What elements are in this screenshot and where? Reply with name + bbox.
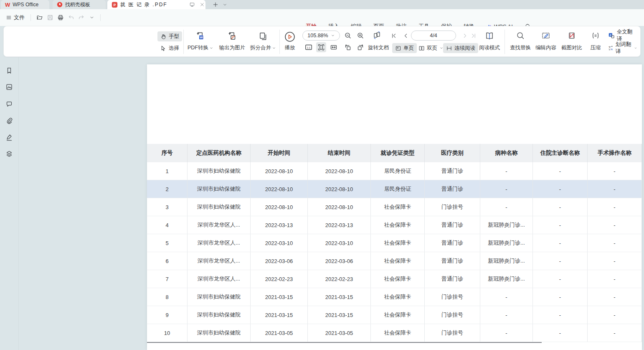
thumbnails-panel-icon[interactable] [5,83,13,91]
new-tab-plus-icon[interactable] [212,1,219,8]
open-file-icon[interactable] [34,13,45,23]
layers-panel-icon[interactable] [5,150,13,158]
bookmarks-panel-icon[interactable] [5,67,13,74]
cell-medical-category: 普通门诊 [425,216,480,234]
cell-operation-name: - [588,324,642,342]
cell-diagnosis-name: - [533,216,588,234]
read-mode-button[interactable]: 阅读模式 [475,30,504,54]
first-page-icon[interactable] [389,31,399,41]
attachments-panel-icon[interactable] [5,117,13,125]
split-merge-icon [258,31,269,42]
undo-icon[interactable] [66,13,76,23]
cell-credential-type: 居民身份证 [371,180,425,198]
cell-end-date: 2021-03-15 [308,288,371,306]
cell-operation-name: - [588,216,642,234]
window-tab-bar: W WPS Office 找稻壳模板 P 就 医 记 录 .PDF [0,0,644,9]
chevron-down-icon [634,46,637,50]
compress-button[interactable]: 压缩 [585,30,606,54]
hand-tool-button[interactable]: 手型 [157,31,182,41]
cell-institution: 深圳市妇幼保健院 [188,288,251,306]
export-as-image-button[interactable]: 输出为图片 [216,30,248,54]
table-row: 5 深圳市龙华区人... 2022-03-10 2022-03-10 社会保障卡… [147,234,642,252]
cell-disease-name: 新冠肺炎门诊... [480,270,533,288]
edit-content-button[interactable]: 编辑内容 [532,30,559,54]
actual-size-icon[interactable]: 1:1 [304,42,314,52]
cell-operation-name: - [588,162,642,180]
cell-seq: 8 [147,288,188,306]
rotate-doc-label[interactable]: 旋转文档 [368,44,389,51]
table-row: 3 深圳市妇幼保健院 2022-08-10 2022-08-10 社会保障卡 门… [147,198,642,216]
play-slideshow-button[interactable]: 播放 [275,30,304,54]
cell-medical-category: 普通门诊 [425,270,480,288]
table-row: 6 深圳市龙华区人... 2022-03-06 2022-03-06 社会保障卡… [147,252,642,270]
cell-institution: 深圳市龙华区人... [188,216,251,234]
word-translate-button[interactable]: 文 A 划词翻译 [605,43,640,53]
tab-wps-office[interactable]: W WPS Office [1,0,49,9]
rotate-left-icon[interactable] [343,42,353,52]
cell-institution: 深圳市妇幼保健院 [188,180,251,198]
cell-operation-name: - [588,252,642,270]
screenshot-compare-button[interactable]: 截图对比 [558,30,585,54]
close-icon[interactable] [199,1,205,8]
table-row: 4 深圳市龙华区人... 2022-03-13 2022-03-13 社会保障卡… [147,216,642,234]
cell-institution: 深圳市龙华区人... [188,270,251,288]
zoom-level-dropdown[interactable]: 105.88% [302,31,340,41]
cell-start-date: 2022-02-23 [251,270,308,288]
svg-text:A: A [611,48,613,51]
cell-operation-name: - [588,198,642,216]
tab-docer-templates[interactable]: 找稻壳模板 [53,0,106,9]
file-menu-button[interactable]: 文件 [3,14,27,21]
export-image-label: 输出为图片 [219,44,246,51]
screenshot-compare-label: 截图对比 [561,44,582,51]
tab-list-chevron-icon[interactable] [221,1,228,8]
rotate-pages-icon[interactable] [372,30,382,40]
cell-diagnosis-name: - [533,162,588,180]
single-page-button[interactable]: 单页 [392,43,417,53]
select-tool-button[interactable]: 选择 [157,43,182,53]
cell-end-date: 2022-03-13 [308,216,371,234]
fit-width-icon[interactable] [329,42,339,52]
comments-panel-icon[interactable] [5,100,13,108]
find-replace-button[interactable]: 查找替换 [507,30,534,54]
cell-operation-name: - [588,306,642,324]
cell-start-date: 2021-03-15 [251,288,308,306]
cell-disease-name: 新冠肺炎门诊... [480,216,533,234]
cell-operation-name: - [588,270,642,288]
page-number-input[interactable]: 4/4 [411,31,456,41]
full-translate-button[interactable]: A 全文翻译 [605,31,640,41]
compress-label: 压缩 [591,44,601,51]
zoom-in-icon[interactable] [355,31,365,41]
continuous-read-button[interactable]: 连续阅读 [443,43,478,53]
double-page-button[interactable]: 双页 [416,43,446,53]
table-row: 10 深圳市妇幼保健院 2021-03-05 2021-03-05 社会保障卡 … [147,324,642,342]
edit-content-pencil-icon [541,31,550,40]
single-page-label: 单页 [403,45,414,52]
monitor-icon[interactable] [189,1,195,8]
save-icon[interactable] [45,13,55,23]
fit-page-icon[interactable] [316,42,326,52]
word-translate-label: 划词翻译 [616,41,632,55]
svg-text:文: 文 [609,46,611,49]
split-merge-button[interactable]: 拆分合并 [247,30,279,54]
pdf-page[interactable]: 序号 定点医药机构名称 开始时间 结束时间 就诊凭证类型 医疗类别 病种名称 住… [147,64,642,350]
split-merge-label: 拆分合并 [250,44,271,51]
pdf-convert-button[interactable]: W PDF转换 [184,30,217,54]
redo-icon[interactable] [76,13,86,23]
cell-seq: 2 [147,180,188,198]
cell-medical-category: 门诊挂号 [425,306,480,324]
previous-page-icon[interactable] [401,31,411,41]
edit-content-label: 编辑内容 [535,44,556,51]
cell-start-date: 2022-03-13 [251,216,308,234]
column-header: 定点医药机构名称 [188,144,251,162]
compress-icon [591,31,600,40]
page-indicator-value: 4/4 [430,33,437,38]
cell-credential-type: 社会保障卡 [371,270,425,288]
cell-start-date: 2022-08-10 [251,198,308,216]
print-icon[interactable] [55,13,66,23]
signature-panel-icon[interactable] [5,133,13,141]
more-actions-chevron-icon[interactable] [86,13,97,23]
rotate-right-icon[interactable] [355,42,365,52]
zoom-out-icon[interactable] [343,31,353,41]
cell-credential-type: 社会保障卡 [371,288,425,306]
svg-text:P: P [114,3,116,7]
